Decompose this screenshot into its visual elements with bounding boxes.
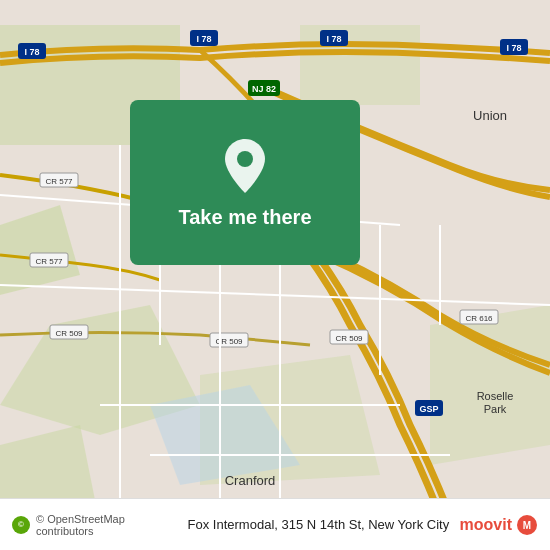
svg-text:M: M xyxy=(523,520,531,531)
moovit-logo: moovit M xyxy=(460,514,538,536)
svg-marker-4 xyxy=(430,305,550,465)
svg-text:GSP: GSP xyxy=(419,404,438,414)
svg-text:CR 577: CR 577 xyxy=(45,177,73,186)
map-roads-svg: I 78 I 78 I 78 I 78 NJ 82 CR 577 CR 577 … xyxy=(0,0,550,550)
map-container: I 78 I 78 I 78 I 78 NJ 82 CR 577 CR 577 … xyxy=(0,0,550,550)
svg-text:NJ 82: NJ 82 xyxy=(252,84,276,94)
svg-text:CR 509: CR 509 xyxy=(55,329,83,338)
svg-text:Roselle: Roselle xyxy=(477,390,514,402)
svg-point-37 xyxy=(237,151,253,167)
svg-text:CR 509: CR 509 xyxy=(335,334,363,343)
svg-rect-5 xyxy=(300,25,420,105)
map-pin-icon xyxy=(220,137,270,195)
osm-credit-text: © OpenStreetMap contributors xyxy=(36,513,177,537)
svg-text:I 78: I 78 xyxy=(506,43,521,53)
svg-text:Park: Park xyxy=(484,403,507,415)
svg-text:CR 616: CR 616 xyxy=(465,314,493,323)
svg-text:I 78: I 78 xyxy=(326,34,341,44)
take-me-there-panel[interactable]: Take me there xyxy=(130,100,360,265)
svg-marker-1 xyxy=(0,205,80,295)
moovit-icon: M xyxy=(516,514,538,536)
svg-text:I 78: I 78 xyxy=(24,47,39,57)
map-pin-icon-container xyxy=(215,136,275,196)
moovit-brand-text: moovit xyxy=(460,516,512,534)
osm-logo: © xyxy=(12,516,30,534)
svg-text:CR 577: CR 577 xyxy=(35,257,63,266)
cta-label: Take me there xyxy=(178,206,311,229)
osm-logo-text: © xyxy=(18,520,24,529)
location-label: Fox Intermodal, 315 N 14th St, New York … xyxy=(177,517,459,532)
svg-text:Union: Union xyxy=(473,108,507,123)
svg-text:I 78: I 78 xyxy=(196,34,211,44)
bottom-bar: © © OpenStreetMap contributors Fox Inter… xyxy=(0,498,550,550)
svg-text:Cranford: Cranford xyxy=(225,473,276,488)
